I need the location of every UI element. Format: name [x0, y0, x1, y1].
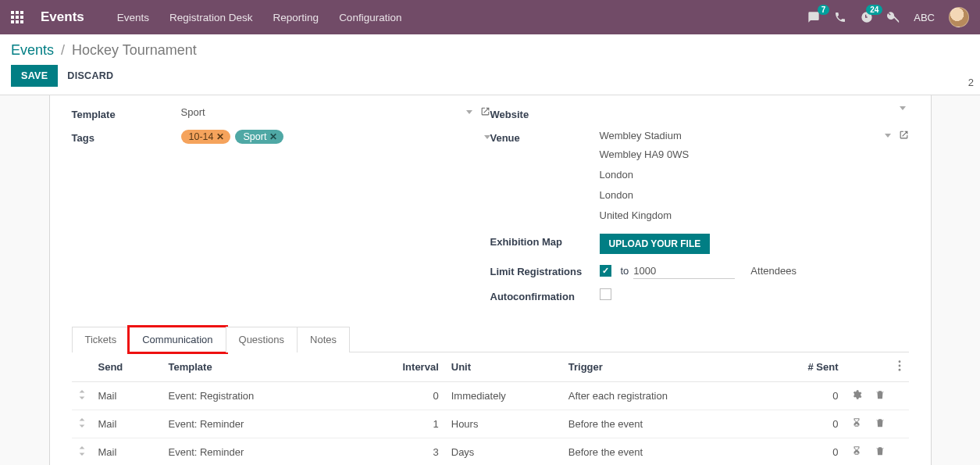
- col-status: [845, 352, 868, 382]
- tab-communication[interactable]: Communication: [129, 327, 226, 352]
- cell-trigger[interactable]: After each registration: [562, 381, 790, 410]
- col-trigger[interactable]: Trigger: [562, 352, 790, 382]
- upload-button[interactable]: UPLOAD YOUR FILE: [600, 234, 711, 254]
- breadcrumb-root[interactable]: Events: [11, 42, 54, 58]
- cell-sent: 0: [790, 381, 845, 410]
- label-venue: Venue: [490, 130, 600, 144]
- save-button[interactable]: SAVE: [11, 65, 58, 87]
- apps-grid-icon[interactable]: [11, 11, 23, 23]
- cell-trigger[interactable]: Before the event: [562, 438, 790, 465]
- cell-sent: 0: [790, 438, 845, 465]
- cell-unit[interactable]: Days: [445, 438, 562, 465]
- drag-handle-icon[interactable]: [78, 390, 86, 402]
- label-autoconf: Autoconfirmation: [490, 288, 600, 302]
- nav-reporting[interactable]: Reporting: [273, 12, 319, 23]
- value-tags[interactable]: 10-14 ✕ Sport ✕: [181, 130, 490, 144]
- col-send[interactable]: Send: [92, 352, 162, 382]
- cell-send[interactable]: Mail: [92, 410, 162, 438]
- value-website: [600, 106, 909, 111]
- field-exhibition: Exhibition Map UPLOAD YOUR FILE: [490, 229, 909, 259]
- tag-remove-icon[interactable]: ✕: [269, 131, 277, 142]
- cell-interval[interactable]: 3: [397, 438, 445, 465]
- field-tags: Tags 10-14 ✕ Sport ✕: [72, 125, 490, 148]
- drag-handle-icon[interactable]: [78, 446, 86, 458]
- caret-down-icon[interactable]: [466, 110, 472, 114]
- cell-send[interactable]: Mail: [92, 381, 162, 410]
- tab-notes[interactable]: Notes: [297, 327, 350, 352]
- form-row: Template Sport Tags: [72, 102, 909, 307]
- gear-icon[interactable]: [851, 391, 862, 402]
- trash-icon[interactable]: [875, 447, 886, 459]
- col-template[interactable]: Template: [162, 352, 397, 382]
- trash-icon[interactable]: [875, 391, 886, 402]
- cell-trigger[interactable]: Before the event: [562, 410, 790, 438]
- caret-down-icon[interactable]: [900, 106, 906, 110]
- cell-template[interactable]: Event: Reminder: [162, 410, 397, 438]
- user-name[interactable]: ABC: [914, 12, 935, 23]
- col-menu: [892, 352, 909, 382]
- address-line-4: United Kingdom: [600, 208, 909, 224]
- kebab-icon[interactable]: [898, 362, 901, 374]
- avatar[interactable]: [949, 7, 969, 27]
- value-venue: Wembley Stadium Wembley HA9 0WS London L…: [600, 130, 909, 224]
- drag-handle-icon[interactable]: [78, 418, 86, 430]
- hourglass-icon[interactable]: [851, 447, 862, 459]
- field-template: Template Sport: [72, 102, 490, 125]
- tag-sport[interactable]: Sport ✕: [235, 130, 283, 144]
- value-autoconf: [600, 288, 909, 300]
- tabs-bar: Tickets Communication Questions Notes: [72, 326, 909, 352]
- breadcrumb-current: Hockey Tournament: [72, 42, 197, 58]
- table-row[interactable]: MailEvent: Reminder1HoursBefore the even…: [72, 410, 909, 438]
- debug-icon[interactable]: [887, 11, 900, 23]
- form-sheet: Template Sport Tags: [49, 95, 932, 465]
- table-row[interactable]: MailEvent: Registration0ImmediatelyAfter…: [72, 381, 909, 410]
- limit-checkbox[interactable]: [600, 265, 611, 277]
- nav-left: Events Events Registration Desk Reportin…: [11, 9, 401, 25]
- svg-point-11: [898, 368, 900, 370]
- tag-age-label: 10-14: [189, 131, 214, 142]
- discard-button[interactable]: DISCARD: [67, 70, 113, 81]
- caret-down-icon[interactable]: [484, 135, 490, 139]
- caret-down-icon[interactable]: [885, 134, 891, 138]
- cell-interval[interactable]: 0: [397, 381, 445, 410]
- cell-send[interactable]: Mail: [92, 438, 162, 465]
- autoconf-checkbox[interactable]: [600, 288, 611, 300]
- tab-tickets[interactable]: Tickets: [72, 327, 130, 352]
- cell-unit[interactable]: Hours: [445, 410, 562, 438]
- svg-rect-8: [20, 20, 23, 23]
- col-interval[interactable]: Interval: [397, 352, 445, 382]
- phone-icon[interactable]: [834, 11, 846, 23]
- cell-template[interactable]: Event: Reminder: [162, 438, 397, 465]
- trash-icon[interactable]: [875, 419, 886, 431]
- col-delete: [868, 352, 892, 382]
- svg-rect-0: [11, 11, 14, 14]
- cell-template[interactable]: Event: Registration: [162, 381, 397, 410]
- svg-marker-16: [79, 446, 84, 449]
- tag-age[interactable]: 10-14 ✕: [181, 130, 231, 144]
- nav-events[interactable]: Events: [117, 12, 149, 23]
- brand-title[interactable]: Events: [41, 9, 84, 25]
- page-count: 2: [968, 77, 974, 88]
- nav-configuration[interactable]: Configuration: [339, 12, 401, 23]
- col-unit[interactable]: Unit: [445, 352, 562, 382]
- cell-unit[interactable]: Immediately: [445, 381, 562, 410]
- activities-icon[interactable]: 24: [861, 11, 873, 23]
- cell-interval[interactable]: 1: [397, 410, 445, 438]
- svg-rect-1: [16, 11, 19, 14]
- nav-right: 7 24 ABC: [807, 7, 969, 27]
- hourglass-icon[interactable]: [851, 419, 862, 431]
- template-select[interactable]: Sport: [181, 106, 476, 119]
- nav-registration-desk[interactable]: Registration Desk: [169, 12, 253, 23]
- venue-select[interactable]: Wembley Stadium: [600, 130, 894, 142]
- table-row[interactable]: MailEvent: Reminder3DaysBefore the event…: [72, 438, 909, 465]
- field-limit-registrations: Limit Registrations to Attendees: [490, 259, 909, 284]
- website-select[interactable]: [600, 106, 909, 111]
- tab-questions[interactable]: Questions: [226, 327, 298, 352]
- messages-icon[interactable]: 7: [807, 11, 820, 23]
- col-sent[interactable]: # Sent: [790, 352, 845, 382]
- external-link-icon[interactable]: [899, 130, 909, 142]
- label-tags: Tags: [72, 130, 181, 144]
- limit-input[interactable]: [633, 263, 735, 279]
- external-link-icon[interactable]: [480, 106, 490, 119]
- tag-remove-icon[interactable]: ✕: [216, 131, 224, 142]
